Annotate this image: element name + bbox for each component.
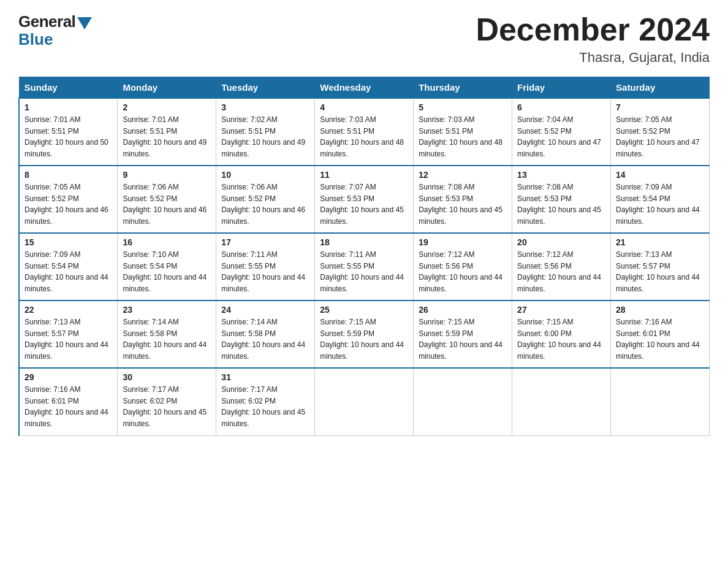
day-info: Sunrise: 7:01 AM Sunset: 5:51 PM Dayligh… <box>123 114 211 159</box>
calendar-week-row: 22 Sunrise: 7:13 AM Sunset: 5:57 PM Dayl… <box>19 301 710 368</box>
calendar-cell <box>315 368 414 435</box>
day-number: 13 <box>517 170 605 180</box>
day-info: Sunrise: 7:17 AM Sunset: 6:02 PM Dayligh… <box>221 384 309 429</box>
calendar-cell: 22 Sunrise: 7:13 AM Sunset: 5:57 PM Dayl… <box>19 301 118 368</box>
logo: General Blue <box>18 12 92 49</box>
day-info: Sunrise: 7:09 AM Sunset: 5:54 PM Dayligh… <box>25 249 112 294</box>
day-info: Sunrise: 7:17 AM Sunset: 6:02 PM Dayligh… <box>123 384 211 429</box>
header-tuesday: Tuesday <box>216 77 315 99</box>
day-number: 1 <box>25 102 112 112</box>
calendar-cell: 4 Sunrise: 7:03 AM Sunset: 5:51 PM Dayli… <box>315 98 414 166</box>
calendar-cell: 15 Sunrise: 7:09 AM Sunset: 5:54 PM Dayl… <box>19 233 118 301</box>
day-number: 24 <box>221 305 309 315</box>
day-number: 20 <box>517 237 605 247</box>
calendar-cell: 19 Sunrise: 7:12 AM Sunset: 5:56 PM Dayl… <box>414 233 512 301</box>
calendar-week-row: 1 Sunrise: 7:01 AM Sunset: 5:51 PM Dayli… <box>19 98 710 166</box>
day-number: 14 <box>616 170 704 180</box>
day-info: Sunrise: 7:03 AM Sunset: 5:51 PM Dayligh… <box>419 114 507 159</box>
day-info: Sunrise: 7:16 AM Sunset: 6:01 PM Dayligh… <box>25 384 112 429</box>
calendar-cell: 21 Sunrise: 7:13 AM Sunset: 5:57 PM Dayl… <box>611 233 710 301</box>
calendar-cell: 1 Sunrise: 7:01 AM Sunset: 5:51 PM Dayli… <box>19 98 118 166</box>
day-number: 21 <box>616 237 704 247</box>
day-info: Sunrise: 7:10 AM Sunset: 5:54 PM Dayligh… <box>123 249 211 294</box>
calendar-cell: 27 Sunrise: 7:15 AM Sunset: 6:00 PM Dayl… <box>512 301 611 368</box>
header-wednesday: Wednesday <box>315 77 414 99</box>
day-number: 28 <box>616 305 704 315</box>
day-number: 12 <box>419 170 507 180</box>
day-number: 5 <box>419 102 507 112</box>
calendar-table: SundayMondayTuesdayWednesdayThursdayFrid… <box>18 77 710 436</box>
header-saturday: Saturday <box>611 77 710 99</box>
calendar-cell <box>414 368 512 435</box>
day-number: 18 <box>320 237 408 247</box>
calendar-cell: 30 Sunrise: 7:17 AM Sunset: 6:02 PM Dayl… <box>118 368 216 435</box>
calendar-cell: 25 Sunrise: 7:15 AM Sunset: 5:59 PM Dayl… <box>315 301 414 368</box>
header-thursday: Thursday <box>414 77 512 99</box>
day-number: 2 <box>123 102 211 112</box>
day-number: 15 <box>25 237 112 247</box>
day-number: 30 <box>123 372 211 382</box>
day-info: Sunrise: 7:05 AM Sunset: 5:52 PM Dayligh… <box>25 182 112 227</box>
calendar-cell: 26 Sunrise: 7:15 AM Sunset: 5:59 PM Dayl… <box>414 301 512 368</box>
calendar-cell <box>611 368 710 435</box>
day-number: 25 <box>320 305 408 315</box>
day-info: Sunrise: 7:13 AM Sunset: 5:57 PM Dayligh… <box>616 249 704 294</box>
day-info: Sunrise: 7:16 AM Sunset: 6:01 PM Dayligh… <box>616 316 704 362</box>
day-number: 4 <box>320 102 408 112</box>
calendar-cell <box>512 368 611 435</box>
day-info: Sunrise: 7:08 AM Sunset: 5:53 PM Dayligh… <box>419 182 507 227</box>
calendar-cell: 31 Sunrise: 7:17 AM Sunset: 6:02 PM Dayl… <box>216 368 315 435</box>
day-info: Sunrise: 7:05 AM Sunset: 5:52 PM Dayligh… <box>616 114 704 159</box>
calendar-cell: 2 Sunrise: 7:01 AM Sunset: 5:51 PM Dayli… <box>118 98 216 166</box>
calendar-cell: 17 Sunrise: 7:11 AM Sunset: 5:55 PM Dayl… <box>216 233 315 301</box>
day-number: 31 <box>221 372 309 382</box>
day-info: Sunrise: 7:11 AM Sunset: 5:55 PM Dayligh… <box>320 249 408 294</box>
header-monday: Monday <box>118 77 216 99</box>
day-info: Sunrise: 7:14 AM Sunset: 5:58 PM Dayligh… <box>221 316 309 362</box>
day-info: Sunrise: 7:12 AM Sunset: 5:56 PM Dayligh… <box>419 249 507 294</box>
logo-blue-text: Blue <box>18 30 53 49</box>
day-number: 11 <box>320 170 408 180</box>
calendar-cell: 29 Sunrise: 7:16 AM Sunset: 6:01 PM Dayl… <box>19 368 118 435</box>
month-title: December 2024 <box>476 12 710 47</box>
day-number: 19 <box>419 237 507 247</box>
calendar-cell: 13 Sunrise: 7:08 AM Sunset: 5:53 PM Dayl… <box>512 166 611 233</box>
title-block: December 2024 Thasra, Gujarat, India <box>476 12 710 66</box>
day-number: 16 <box>123 237 211 247</box>
calendar-cell: 14 Sunrise: 7:09 AM Sunset: 5:54 PM Dayl… <box>611 166 710 233</box>
calendar-cell: 8 Sunrise: 7:05 AM Sunset: 5:52 PM Dayli… <box>19 166 118 233</box>
day-info: Sunrise: 7:03 AM Sunset: 5:51 PM Dayligh… <box>320 114 408 159</box>
calendar-cell: 18 Sunrise: 7:11 AM Sunset: 5:55 PM Dayl… <box>315 233 414 301</box>
calendar-cell: 7 Sunrise: 7:05 AM Sunset: 5:52 PM Dayli… <box>611 98 710 166</box>
calendar-cell: 3 Sunrise: 7:02 AM Sunset: 5:51 PM Dayli… <box>216 98 315 166</box>
calendar-header-row: SundayMondayTuesdayWednesdayThursdayFrid… <box>19 77 710 99</box>
calendar-week-row: 8 Sunrise: 7:05 AM Sunset: 5:52 PM Dayli… <box>19 166 710 233</box>
day-info: Sunrise: 7:13 AM Sunset: 5:57 PM Dayligh… <box>25 316 112 362</box>
day-info: Sunrise: 7:07 AM Sunset: 5:53 PM Dayligh… <box>320 182 408 227</box>
day-number: 17 <box>221 237 309 247</box>
calendar-cell: 23 Sunrise: 7:14 AM Sunset: 5:58 PM Dayl… <box>118 301 216 368</box>
day-number: 10 <box>221 170 309 180</box>
calendar-cell: 6 Sunrise: 7:04 AM Sunset: 5:52 PM Dayli… <box>512 98 611 166</box>
day-number: 8 <box>25 170 112 180</box>
day-info: Sunrise: 7:15 AM Sunset: 5:59 PM Dayligh… <box>320 316 408 362</box>
day-info: Sunrise: 7:15 AM Sunset: 6:00 PM Dayligh… <box>517 316 605 362</box>
day-info: Sunrise: 7:04 AM Sunset: 5:52 PM Dayligh… <box>517 114 605 159</box>
header-sunday: Sunday <box>19 77 118 99</box>
day-info: Sunrise: 7:06 AM Sunset: 5:52 PM Dayligh… <box>123 182 211 227</box>
day-info: Sunrise: 7:08 AM Sunset: 5:53 PM Dayligh… <box>517 182 605 227</box>
calendar-cell: 20 Sunrise: 7:12 AM Sunset: 5:56 PM Dayl… <box>512 233 611 301</box>
calendar-cell: 9 Sunrise: 7:06 AM Sunset: 5:52 PM Dayli… <box>118 166 216 233</box>
calendar-week-row: 15 Sunrise: 7:09 AM Sunset: 5:54 PM Dayl… <box>19 233 710 301</box>
location-text: Thasra, Gujarat, India <box>476 50 710 66</box>
day-number: 26 <box>419 305 507 315</box>
calendar-week-row: 29 Sunrise: 7:16 AM Sunset: 6:01 PM Dayl… <box>19 368 710 435</box>
day-number: 9 <box>123 170 211 180</box>
logo-general-text: General <box>18 12 75 31</box>
calendar-cell: 11 Sunrise: 7:07 AM Sunset: 5:53 PM Dayl… <box>315 166 414 233</box>
calendar-cell: 16 Sunrise: 7:10 AM Sunset: 5:54 PM Dayl… <box>118 233 216 301</box>
day-info: Sunrise: 7:11 AM Sunset: 5:55 PM Dayligh… <box>221 249 309 294</box>
day-info: Sunrise: 7:12 AM Sunset: 5:56 PM Dayligh… <box>517 249 605 294</box>
logo-triangle-icon <box>77 17 92 29</box>
day-info: Sunrise: 7:01 AM Sunset: 5:51 PM Dayligh… <box>25 114 112 159</box>
